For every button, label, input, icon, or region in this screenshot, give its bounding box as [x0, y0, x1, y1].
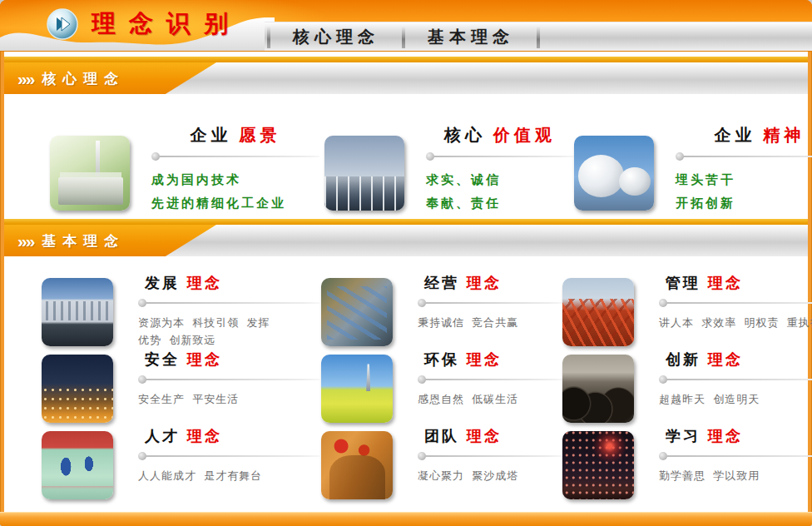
divider-dot	[676, 152, 684, 161]
banner-orange-wedge: »» 核心理念	[4, 62, 216, 94]
gold-strip	[4, 219, 808, 225]
basic-concepts-grid: 发展理念 资源为本 科技引领 发挥 优势 创新致远 经营理念 秉持诚信 竞合共赢	[4, 256, 808, 512]
title-divider	[418, 299, 562, 307]
title-divider	[138, 452, 319, 460]
tab-bar: 核心理念 基本理念	[265, 22, 812, 51]
item-title: 管理理念	[659, 273, 812, 293]
item-title-red: 理念	[187, 275, 222, 291]
item-title-red: 理念	[467, 428, 502, 444]
item-title-black: 团队	[424, 428, 459, 444]
item-text-line: 人人能成才 是才有舞台	[138, 468, 319, 485]
basic-item-innovation: 创新理念 超越昨天 创造明天	[562, 350, 812, 426]
item-title: 学习理念	[659, 426, 812, 446]
basic-item-safety: 安全理念 安全生产 平安生活	[42, 350, 321, 426]
title-divider	[659, 299, 812, 307]
item-text-line: 感恩自然 低碳生活	[418, 391, 562, 409]
item-title: 人才理念	[138, 426, 319, 446]
core-item-spirit: 企业精神 埋头苦干 开拓创新	[574, 124, 812, 219]
basic-item-environment: 环保理念 感恩自然 低碳生活	[321, 350, 562, 426]
item-text-line: 资源为本 科技引领 发挥	[138, 315, 319, 332]
item-title-red: 愿景	[240, 126, 281, 144]
gold-strip	[4, 57, 808, 62]
item-photo	[50, 136, 130, 211]
item-title-black: 学习	[666, 428, 701, 444]
item-photo	[324, 136, 404, 211]
divider-dot	[418, 375, 426, 384]
divider-dot	[138, 299, 146, 307]
item-title: 企业精神	[676, 124, 812, 146]
divider-dot	[659, 299, 667, 307]
item-title-black: 发展	[145, 275, 180, 291]
item-title-red: 理念	[187, 428, 222, 444]
item-title-red: 理念	[708, 275, 743, 291]
item-text-line: 讲人本 求效率 明权责 重执行	[659, 315, 812, 332]
item-photo	[562, 278, 634, 346]
title-divider	[659, 452, 812, 460]
item-title: 企业愿景	[151, 124, 319, 146]
divider-dot	[659, 452, 667, 460]
basic-item-learning: 学习理念 勤学善思 学以致用	[562, 426, 812, 503]
tab-basic-concepts[interactable]: 基本理念	[408, 22, 534, 51]
title-divider	[418, 452, 562, 460]
section-banner-basic: »» 基本理念	[4, 219, 808, 256]
item-text-line: 优势 创新致远	[138, 332, 319, 350]
section-banner-core: »» 核心理念	[4, 57, 808, 94]
item-photo	[321, 278, 393, 346]
item-title-black: 人才	[145, 428, 180, 444]
divider-dot	[138, 375, 146, 384]
core-concepts-grid: 企业愿景 成为国内技术 先进的精细化工企业 核心价值观 求实、诚信 奉献、责任	[4, 94, 808, 219]
banner-orange-wedge: »» 基本理念	[4, 225, 216, 256]
item-photo	[321, 431, 393, 499]
item-title: 创新理念	[659, 350, 812, 370]
basic-item-talent: 人才理念 人人能成才 是才有舞台	[42, 426, 321, 503]
item-text-line: 成为国内技术	[151, 168, 319, 191]
item-photo	[42, 431, 113, 499]
item-title-black: 企业	[715, 126, 756, 144]
chevron-icon: »»	[17, 70, 33, 87]
item-title-red: 精神	[764, 126, 805, 144]
item-photo	[562, 431, 634, 499]
item-title-black: 经营	[424, 275, 459, 291]
section-heading: 核心理念	[42, 69, 125, 88]
item-text-line: 先进的精细化工企业	[151, 191, 319, 215]
title-divider	[138, 299, 319, 307]
item-text-line: 秉持诚信 竞合共赢	[418, 315, 562, 332]
item-title-black: 企业	[191, 126, 232, 144]
item-photo	[562, 355, 634, 423]
title-divider	[426, 152, 574, 161]
item-title-black: 创新	[666, 351, 701, 368]
tab-separator	[402, 26, 405, 48]
item-text-line: 安全生产 平安生活	[138, 391, 319, 409]
item-title-red: 理念	[187, 351, 222, 368]
item-title-red: 理念	[467, 351, 502, 368]
divider-dot	[659, 375, 667, 384]
item-text-line: 超越昨天 创造明天	[659, 391, 812, 409]
main-content: »» 核心理念 企业愿景 成为国内技术 先进的精细化工企业	[4, 52, 808, 512]
title-divider	[659, 375, 812, 384]
item-title-red: 理念	[467, 275, 502, 291]
footer-bar	[0, 512, 812, 526]
item-photo	[42, 355, 113, 423]
item-title-red: 理念	[708, 428, 743, 444]
chevron-icon: »»	[17, 232, 33, 250]
title-divider	[418, 375, 562, 384]
item-title-black: 环保	[424, 351, 459, 368]
tab-core-concepts[interactable]: 核心理念	[273, 22, 399, 51]
title-divider	[676, 152, 812, 161]
tab-separator	[267, 26, 270, 48]
item-text-line: 开拓创新	[676, 191, 812, 215]
item-title: 环保理念	[418, 350, 562, 370]
item-photo	[574, 136, 654, 211]
core-item-values: 核心价值观 求实、诚信 奉献、责任	[324, 124, 574, 219]
basic-item-operation: 经营理念 秉持诚信 竞合共赢	[321, 273, 562, 350]
divider-dot	[151, 152, 160, 161]
page-title: 理 念 识 别	[92, 7, 231, 41]
item-title: 核心价值观	[426, 124, 574, 146]
play-icon	[47, 8, 78, 40]
header: 理 念 识 别 核心理念 基本理念	[0, 0, 812, 52]
basic-item-team: 团队理念 凝心聚力 聚沙成塔	[321, 426, 562, 503]
section-heading: 基本理念	[42, 231, 125, 251]
item-text-line: 勤学善思 学以致用	[659, 468, 812, 485]
core-item-vision: 企业愿景 成为国内技术 先进的精细化工企业	[50, 124, 324, 219]
item-title: 团队理念	[418, 426, 562, 446]
